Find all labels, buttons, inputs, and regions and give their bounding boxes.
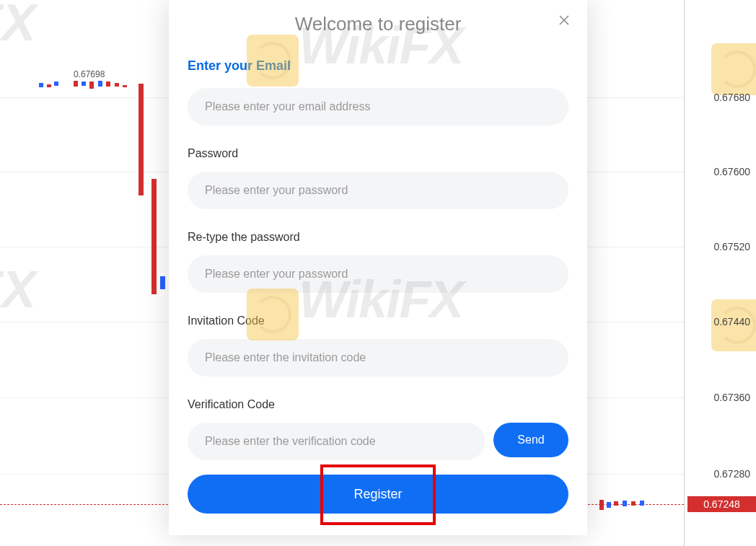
password-label: Password — [188, 147, 568, 160]
verification-row: Send — [188, 423, 568, 460]
register-button[interactable]: Register — [188, 475, 568, 514]
retype-password-input[interactable] — [188, 255, 568, 293]
send-button[interactable]: Send — [493, 423, 568, 457]
password-input[interactable] — [188, 172, 568, 209]
invitation-code-label: Invitation Code — [188, 314, 568, 327]
register-modal: WikiFX WikiFX Welcome to register Enter … — [169, 0, 587, 535]
retype-password-label: Re-type the password — [188, 231, 568, 244]
email-input[interactable] — [188, 88, 568, 126]
email-label: Enter your Email — [188, 58, 568, 74]
modal-title: Welcome to register — [177, 13, 579, 35]
invitation-code-input[interactable] — [188, 339, 568, 377]
verification-code-label: Verification Code — [188, 398, 568, 411]
modal-overlay: WikiFX WikiFX Welcome to register Enter … — [0, 0, 756, 546]
register-button-wrap: Register — [188, 475, 568, 514]
close-icon — [558, 14, 570, 26]
close-button[interactable] — [555, 12, 573, 29]
register-form: Enter your Email Password Re-type the pa… — [177, 58, 579, 514]
verification-code-input[interactable] — [188, 423, 485, 460]
